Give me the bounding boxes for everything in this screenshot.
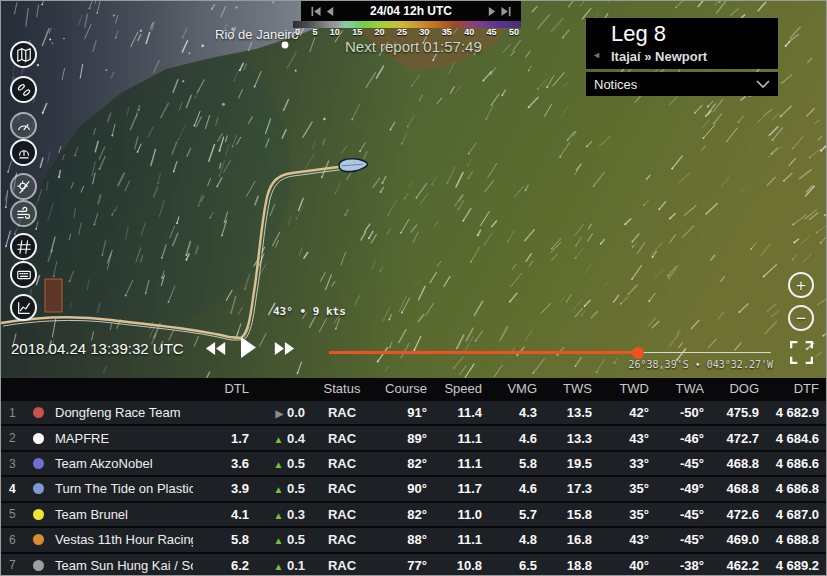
grid-icon: [16, 239, 32, 255]
race-tracker-app: Rio de Janeiro Next report 01:57:49 43° …: [0, 0, 827, 576]
team-row[interactable]: 1Dongfeng Race Team▶ 0.0RAC91°11.44.313.…: [1, 399, 827, 424]
course-value: 91°: [379, 405, 427, 420]
team-row[interactable]: 4Turn The Tide on Plastic3.9▲ 0.5RAC90°1…: [1, 475, 827, 500]
play-button[interactable]: [239, 336, 257, 363]
map-icon: [16, 47, 32, 63]
team-row[interactable]: 5Team Brunel4.1▲ 0.3RAC82°11.05.715.835°…: [1, 501, 827, 526]
dtl-value: 3.6: [193, 456, 249, 471]
measure-button[interactable]: [10, 261, 37, 288]
fleet-icon: [16, 82, 32, 98]
city-marker: [282, 42, 289, 49]
speed-gauge-button[interactable]: [10, 139, 37, 166]
trend-up-icon: ▲: [273, 510, 283, 521]
team-name: Team Brunel: [51, 507, 193, 522]
timeline-slider[interactable]: [329, 347, 771, 359]
twa-value: -46°: [649, 431, 704, 446]
status-value: RAC: [305, 456, 379, 471]
stats-button[interactable]: [10, 294, 37, 321]
tws-value: 19.5: [537, 456, 592, 471]
twd-value: 35°: [592, 507, 649, 522]
measure-icon: [16, 267, 32, 283]
day-night-button[interactable]: [10, 173, 37, 200]
twd-value: 42°: [592, 405, 649, 420]
dog-value: 472.7: [704, 431, 759, 446]
speed-value: 11.7: [427, 481, 482, 496]
plus-icon: +: [796, 277, 806, 294]
team-color-dot: [25, 458, 51, 469]
notices-dropdown[interactable]: Notices: [586, 72, 778, 96]
previous-leg-arrow-icon[interactable]: ◄: [592, 50, 601, 60]
dtf-value: 4 688.8: [759, 532, 819, 547]
tws-value: 17.3: [537, 481, 592, 496]
dtf-value: 4 684.6: [759, 431, 819, 446]
notices-label: Notices: [594, 77, 756, 92]
column-header-speed: Speed: [427, 381, 482, 396]
trend-up-icon: ▲: [273, 561, 283, 572]
fleet-button[interactable]: [10, 76, 37, 103]
dtl-change: ▲ 0.5: [249, 481, 305, 496]
team-color-dot: [25, 433, 51, 444]
map-layer-button[interactable]: [10, 41, 37, 68]
rank-number: 7: [7, 558, 25, 572]
column-header-twd: TWD: [592, 381, 649, 396]
zoom-out-button[interactable]: −: [788, 305, 814, 331]
dtl-value: 1.7: [193, 431, 249, 446]
step-forward-button[interactable]: [485, 5, 499, 17]
leaderboard: DTLStatusCourseSpeedVMGTWSTWDTWADOGDTF 1…: [1, 378, 827, 576]
grid-button[interactable]: [10, 233, 37, 260]
status-value: RAC: [305, 405, 379, 420]
team-color-dot: [25, 407, 51, 418]
wind-icon: [16, 206, 32, 222]
skip-to-end-button[interactable]: [499, 5, 513, 17]
speed-value: 11.1: [427, 431, 482, 446]
wind-scale-ticks: 05101520253035404550: [293, 27, 521, 38]
twa-value: -45°: [649, 507, 704, 522]
wind-scale-tick: 20: [375, 27, 385, 38]
dtl-change: ▲ 0.3: [249, 507, 305, 522]
dog-value: 472.6: [704, 507, 759, 522]
course-value: 90°: [379, 481, 427, 496]
twa-value: -45°: [649, 456, 704, 471]
tws-value: 16.8: [537, 532, 592, 547]
stats-chart-icon: [16, 300, 32, 316]
team-color-dot: [25, 534, 51, 545]
team-color-dot-shape: [33, 433, 44, 444]
leg-title: Leg 8: [611, 21, 666, 47]
report-time-bar: 24/04 12h UTC: [301, 1, 521, 21]
dtf-value: 4 687.0: [759, 507, 819, 522]
vmg-value: 5.8: [482, 456, 537, 471]
dtl-change: ▲ 0.1: [249, 558, 305, 573]
speed-value: 11.0: [427, 507, 482, 522]
twa-value: -49°: [649, 481, 704, 496]
fullscreen-button[interactable]: [790, 341, 813, 364]
team-color-dot-shape: [33, 458, 44, 469]
dtl-value: 6.2: [193, 558, 249, 573]
rewind-button[interactable]: [205, 341, 227, 360]
team-row[interactable]: 2MAPFRE1.7▲ 0.4RAC89°11.14.613.343°-46°4…: [1, 424, 827, 449]
step-back-button[interactable]: [323, 5, 337, 17]
speed-value: 11.1: [427, 456, 482, 471]
vmg-value: 5.7: [482, 507, 537, 522]
column-header-dog: DOG: [704, 381, 759, 396]
wind-gauge-button[interactable]: [10, 112, 37, 139]
trend-flat-icon: ▶: [276, 408, 284, 419]
twd-value: 40°: [592, 558, 649, 573]
vmg-value: 6.5: [482, 558, 537, 573]
rank-number: 1: [7, 406, 25, 420]
wind-layer-button[interactable]: [10, 200, 37, 227]
twd-value: 35°: [592, 481, 649, 496]
skip-to-start-button[interactable]: [309, 5, 323, 17]
dtl-value: 5.8: [193, 532, 249, 547]
zoom-in-button[interactable]: +: [788, 272, 814, 298]
rank-number: 2: [7, 431, 25, 445]
twa-value: -38°: [649, 558, 704, 573]
team-row[interactable]: 6Vestas 11th Hour Racing5.8▲ 0.5RAC88°11…: [1, 526, 827, 551]
timeline-handle[interactable]: [632, 347, 644, 359]
fast-forward-button[interactable]: [273, 341, 295, 360]
dog-value: 462.2: [704, 558, 759, 573]
team-row[interactable]: 3Team AkzoNobel3.6▲ 0.5RAC82°11.15.819.5…: [1, 450, 827, 475]
team-row[interactable]: 7Team Sun Hung Kai / Scallywag6.2▲ 0.1RA…: [1, 552, 827, 576]
status-value: RAC: [305, 481, 379, 496]
column-header-course: Course: [379, 381, 427, 396]
team-color-dot-shape: [33, 534, 44, 545]
